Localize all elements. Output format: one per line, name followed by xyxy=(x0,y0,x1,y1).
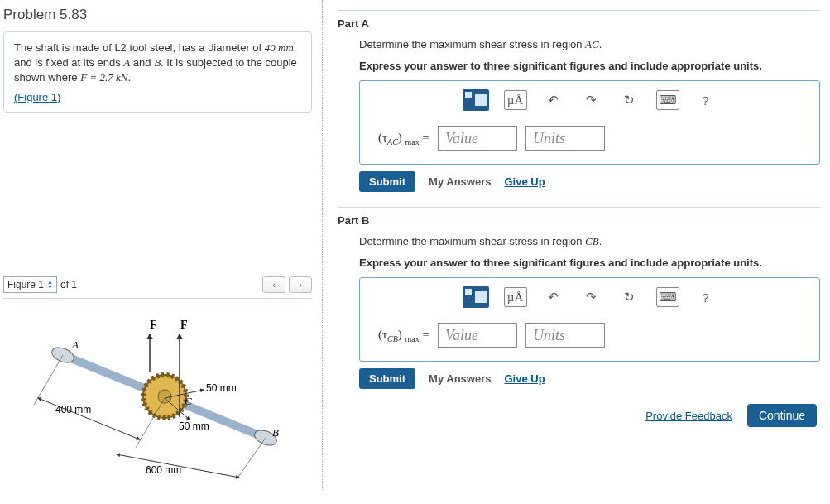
problem-text: The shaft is made of L2 tool steel, has … xyxy=(14,41,301,86)
undo-icon[interactable]: ↶ xyxy=(542,287,565,307)
text: ) xyxy=(398,328,405,341)
text: AC xyxy=(387,137,398,146)
figure-prev-button[interactable]: ‹ xyxy=(262,276,285,293)
fig-label-F: F xyxy=(150,319,157,331)
fig-label-C: C xyxy=(185,395,192,407)
figure-count: of 1 xyxy=(60,279,77,290)
part-a-submit-button[interactable]: Submit xyxy=(359,171,415,192)
part-a-input-row: (τAC) max = Value Units xyxy=(360,119,819,164)
units-tool[interactable]: µÅ xyxy=(504,90,527,110)
reset-icon[interactable]: ↻ xyxy=(618,90,641,110)
undo-icon[interactable]: ↶ xyxy=(542,90,565,110)
part-a-answer-panel: µÅ ↶ ↷ ↻ ⌨ ? (τAC) max = Value Units xyxy=(359,80,820,165)
provide-feedback-link[interactable]: Provide Feedback xyxy=(645,410,732,422)
redo-icon[interactable]: ↷ xyxy=(580,287,603,307)
part-b-instruction: Express your answer to three significant… xyxy=(359,257,820,269)
text: ) xyxy=(398,131,405,144)
text: . xyxy=(127,71,131,84)
give-up-link[interactable]: Give Up xyxy=(504,372,545,385)
give-up-link[interactable]: Give Up xyxy=(504,175,545,188)
figure-select[interactable]: Figure 1 ▲▼ xyxy=(3,276,57,293)
text: . xyxy=(599,235,602,247)
part-b-submit-button[interactable]: Submit xyxy=(359,368,415,389)
part-b-prompt: Determine the maximum shear stress in re… xyxy=(359,235,820,248)
region-AC: AC xyxy=(585,38,599,50)
figure-next-button[interactable]: › xyxy=(289,276,312,293)
part-b-submit-row: Submit My Answers Give Up xyxy=(359,368,820,389)
text: max xyxy=(405,137,420,146)
text: max xyxy=(405,334,420,343)
keyboard-icon[interactable]: ⌨ xyxy=(656,287,679,307)
part-b-variable: (τCB) max = xyxy=(378,328,429,343)
my-answers-link[interactable]: My Answers xyxy=(429,372,491,385)
footer-row: Provide Feedback Continue xyxy=(338,404,817,427)
help-icon[interactable]: ? xyxy=(694,90,717,110)
part-a-units-input[interactable]: Units xyxy=(525,126,605,151)
text: = xyxy=(420,328,429,341)
units-tool[interactable]: µÅ xyxy=(504,287,527,307)
fig-dim-50a: 50 mm xyxy=(206,382,237,394)
fig-dim-600: 600 mm xyxy=(146,464,181,476)
part-a-title: Part A xyxy=(338,17,820,30)
part-b-answer-panel: µÅ ↶ ↷ ↻ ⌨ ? (τCB) max = Value Units xyxy=(359,277,820,362)
region-CB: CB xyxy=(585,235,599,247)
fig-label-A: A xyxy=(71,338,79,351)
text: and xyxy=(130,56,154,69)
part-a-prompt: Determine the maximum shear stress in re… xyxy=(359,38,820,51)
template-icon[interactable] xyxy=(463,286,489,308)
part-b-units-input[interactable]: Units xyxy=(525,323,605,348)
problem-title: Problem 5.83 xyxy=(3,7,312,23)
part-b-title: Part B xyxy=(338,214,820,227)
part-b-value-input[interactable]: Value xyxy=(438,323,517,348)
point-A: A xyxy=(123,56,130,69)
text: The shaft is made of L2 tool steel, has … xyxy=(14,41,265,54)
text: (τ xyxy=(378,328,387,341)
svg-line-10 xyxy=(237,438,266,479)
point-B: B xyxy=(154,56,161,69)
help-icon[interactable]: ? xyxy=(694,287,717,307)
svg-line-8 xyxy=(34,355,63,405)
text: . xyxy=(599,38,602,50)
figure-nav-bar: Figure 1 ▲▼ of 1 ‹ › xyxy=(3,276,312,293)
redo-icon[interactable]: ↷ xyxy=(580,90,603,110)
part-a-instruction: Express your answer to three significant… xyxy=(359,60,820,72)
part-a-value-input[interactable]: Value xyxy=(438,126,517,151)
text: Determine the maximum shear stress in re… xyxy=(359,38,585,50)
text: = xyxy=(420,131,429,144)
my-answers-link[interactable]: My Answers xyxy=(429,175,491,188)
figure-select-label: Figure 1 xyxy=(7,279,44,290)
part-a-submit-row: Submit My Answers Give Up xyxy=(359,171,820,192)
figure-canvas: F F A B C 400 mm 600 mm 50 mm 50 mm xyxy=(3,298,312,480)
part-a-variable: (τAC) max = xyxy=(378,131,429,146)
force-eq: F = 2.7 kN xyxy=(80,71,127,84)
continue-button[interactable]: Continue xyxy=(747,404,817,427)
keyboard-icon[interactable]: ⌨ xyxy=(656,90,679,110)
diameter: 40 mm xyxy=(265,41,294,54)
fig-dim-50b: 50 mm xyxy=(179,420,209,432)
template-icon[interactable] xyxy=(463,89,489,111)
text: Determine the maximum shear stress in re… xyxy=(359,235,585,247)
answer-toolbar: µÅ ↶ ↷ ↻ ⌨ ? xyxy=(360,278,819,316)
reset-icon[interactable]: ↻ xyxy=(618,287,641,307)
fig-label-F: F xyxy=(180,319,188,331)
text: (τ xyxy=(378,131,387,144)
figure-link[interactable]: (Figure 1) xyxy=(14,91,60,103)
spinner-icon: ▲▼ xyxy=(47,280,53,290)
answer-toolbar: µÅ ↶ ↷ ↻ ⌨ ? xyxy=(360,81,819,119)
text: CB xyxy=(387,334,398,343)
part-b-input-row: (τCB) max = Value Units xyxy=(360,316,819,361)
problem-statement-box: The shaft is made of L2 tool steel, has … xyxy=(3,31,312,113)
fig-label-B: B xyxy=(272,426,279,439)
fig-dim-400: 400 mm xyxy=(55,404,91,415)
